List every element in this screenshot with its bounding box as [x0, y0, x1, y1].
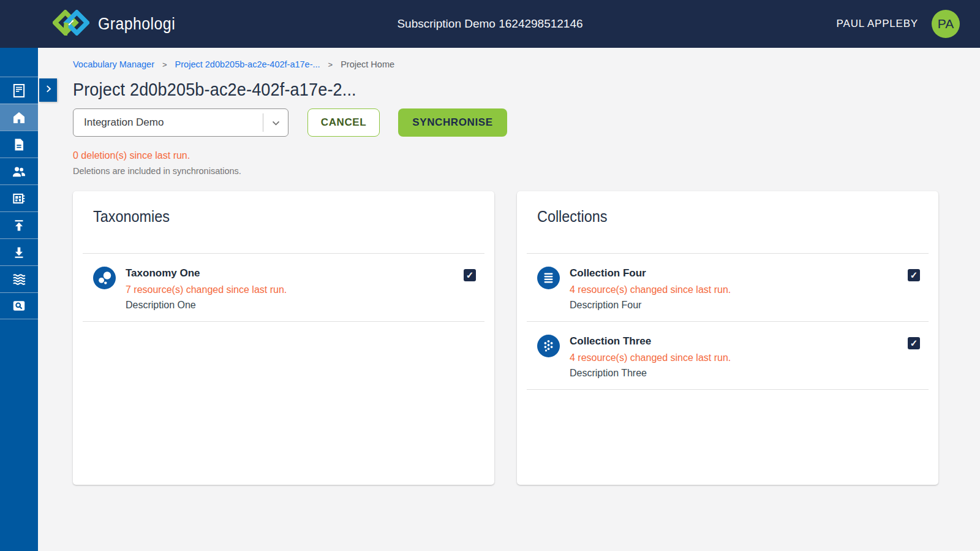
- list-item-taxonomy-one[interactable]: Taxonomy One 7 resource(s) changed since…: [73, 254, 494, 321]
- chevron-down-icon: [263, 118, 288, 128]
- sidebar-item-vocabularies[interactable]: [0, 77, 38, 104]
- item-name: Collection Four: [570, 265, 731, 279]
- journal-icon: [11, 83, 27, 99]
- item-description: Description One: [126, 300, 287, 311]
- item-status: 7 resource(s) changed since last run.: [126, 284, 287, 295]
- board-icon: [11, 191, 27, 207]
- sidebar-item-documents[interactable]: [0, 131, 38, 158]
- avatar[interactable]: PA: [932, 10, 960, 38]
- breadcrumb: Vocabulary Manager > Project 2d0b205b-ac…: [73, 59, 938, 69]
- sidebar-item-download[interactable]: [0, 238, 38, 265]
- item-checkbox[interactable]: [908, 269, 920, 281]
- dots-icon: [537, 335, 560, 357]
- cards-row: Taxonomies Taxonomy One 7 resource(s): [73, 191, 938, 485]
- deletions-subtext: Deletions are included in synchronisatio…: [73, 166, 938, 176]
- sidebar-item-search[interactable]: [0, 292, 38, 319]
- item-status: 4 resource(s) changed since last run.: [570, 284, 731, 295]
- bubbles-icon: [93, 267, 116, 289]
- search-icon: [11, 298, 27, 314]
- sidebar-item-waves[interactable]: [0, 265, 38, 292]
- item-status: 4 resource(s) changed since last run.: [570, 352, 731, 363]
- download-icon: [12, 245, 26, 260]
- sidebar: [0, 48, 38, 551]
- breadcrumb-separator: >: [162, 60, 167, 69]
- breadcrumb-project-home: Project Home: [341, 59, 394, 69]
- app-window: Graphologi Subscription Demo 16242985121…: [0, 0, 980, 551]
- waves-icon: [11, 271, 28, 287]
- integration-select-value: Integration Demo: [74, 116, 263, 129]
- page-title: Project 2d0b205b-ac2e-402f-a17e-2...: [73, 79, 356, 100]
- user-name[interactable]: PAUL APPLEBY: [837, 18, 918, 30]
- taxonomies-card-title: Taxonomies: [93, 207, 170, 226]
- sidebar-item-people[interactable]: [0, 158, 38, 184]
- item-name: Collection Three: [570, 333, 731, 348]
- home-icon: [12, 110, 26, 125]
- synchronise-button[interactable]: SYNCHRONISE: [398, 108, 507, 137]
- divider: [83, 321, 484, 322]
- collections-card-title: Collections: [537, 207, 607, 226]
- people-icon: [11, 164, 27, 180]
- cancel-button[interactable]: CANCEL: [307, 108, 380, 137]
- item-checkbox[interactable]: [908, 337, 920, 349]
- graphologi-logo-icon: [53, 10, 89, 38]
- brand-logo[interactable]: Graphologi: [53, 10, 182, 38]
- top-bar: Graphologi Subscription Demo 16242985121…: [0, 0, 980, 48]
- divider: [527, 389, 929, 390]
- brand-name: Graphologi: [98, 15, 175, 34]
- taxonomies-card: Taxonomies Taxonomy One 7 resource(s): [73, 191, 494, 485]
- list-item-collection-three[interactable]: Collection Three 4 resource(s) changed s…: [517, 322, 938, 389]
- sidebar-item-board[interactable]: [0, 184, 38, 211]
- integration-select[interactable]: Integration Demo: [73, 108, 288, 137]
- document-icon: [12, 137, 26, 152]
- breadcrumb-project[interactable]: Project 2d0b205b-ac2e-402f-a17e-...: [175, 59, 320, 69]
- deletions-notice: 0 deletion(s) since last run.: [73, 150, 938, 161]
- collections-card: Collections Collection Four: [517, 191, 938, 485]
- main-content: Vocabulary Manager > Project 2d0b205b-ac…: [38, 48, 980, 551]
- item-description: Description Three: [570, 368, 731, 379]
- upload-icon: [12, 218, 26, 233]
- list-item-collection-four[interactable]: Collection Four 4 resource(s) changed si…: [517, 254, 938, 321]
- item-description: Description Four: [570, 300, 731, 311]
- item-name: Taxonomy One: [126, 265, 287, 279]
- item-checkbox[interactable]: [464, 269, 476, 281]
- sidebar-item-home[interactable]: [0, 104, 38, 131]
- controls-row: Integration Demo CANCEL SYNCHRONISE: [73, 108, 938, 137]
- lines-icon: [537, 267, 560, 289]
- sidebar-item-upload[interactable]: [0, 211, 38, 238]
- breadcrumb-separator: >: [328, 60, 333, 69]
- breadcrumb-vocabulary-manager[interactable]: Vocabulary Manager: [73, 59, 154, 69]
